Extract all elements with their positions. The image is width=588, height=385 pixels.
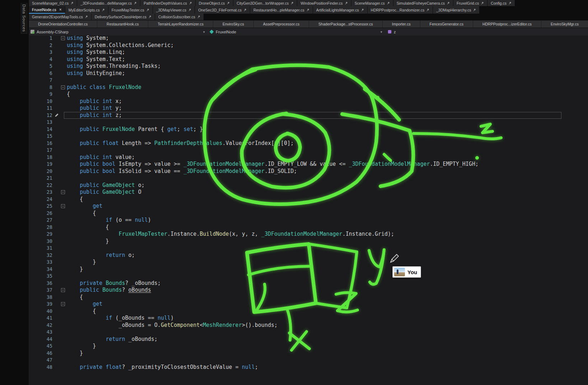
code-line[interactable]: 19 public bool IsEmpty => value >= _3DFo… [29,161,588,168]
code-line[interactable]: 3using System.Linq; [29,49,588,56]
editor-tab[interactable]: RestaurantHo...pleManager.cs [250,6,313,14]
document-tab[interactable]: EnviroSkyMgr.cs [541,20,588,28]
project-dropdown-chevron[interactable]: ▾ [203,28,205,36]
code-line[interactable]: 24 { [29,196,588,203]
pin-icon[interactable] [134,1,137,5]
code-line[interactable]: 44 return _oBounds; [29,336,588,343]
editor-tab[interactable]: CityGen3DGen...torWrapper.cs [233,0,297,6]
pin-icon[interactable] [361,8,364,12]
code-line[interactable]: 22 public GameObject o; [29,182,588,189]
code-line[interactable]: 46 } [29,350,588,357]
document-tab[interactable]: FencesGenerator.cs [420,20,473,28]
code-line[interactable]: 17 [29,147,588,154]
code-line[interactable]: 31 [29,245,588,252]
code-line[interactable]: 20 public bool IsSolid => value == _3DFo… [29,168,588,175]
editor-tab[interactable]: _3DFoundatio...delManager.cs [77,0,140,6]
editor-tab[interactable]: CollisionSubscriber.cs [155,14,204,20]
pin-icon[interactable] [473,8,476,12]
code-line[interactable]: 29 FruxelMapTester.Instance.BuildNode(x,… [29,231,588,238]
document-tab[interactable]: EnviroSky.cs [213,20,254,28]
document-tab[interactable]: Importer.cs [383,20,420,28]
code-line[interactable]: 13 [29,119,588,126]
code-line[interactable]: 43 [29,329,588,336]
code-line[interactable]: 42 _oBounds = O.GetComponent<MeshRendere… [29,322,588,329]
code-line[interactable]: 26 { [29,210,588,217]
code-line[interactable]: 23− public GameObject O [29,189,588,196]
type-dropdown[interactable]: FruxelNode [210,28,236,36]
pin-icon[interactable] [148,15,151,19]
project-dropdown[interactable]: Assembly-CSharp [31,28,69,36]
code-line[interactable]: 5using System.Threading.Tasks; [29,63,588,70]
code-line[interactable]: 39− get [29,301,588,308]
pin-icon[interactable] [306,8,309,12]
pin-icon[interactable] [146,8,149,12]
document-tab[interactable]: AssetPreprocessor.cs [254,20,309,28]
document-tab[interactable]: HDRPPostproc...izerEditor.cs [473,20,541,28]
code-line[interactable]: 40 { [29,308,588,315]
editor-tab[interactable]: WindowPositionFinder.cs [297,0,351,6]
pin-icon[interactable] [85,15,88,19]
code-line[interactable]: 8−public class FruxelNode [29,84,588,91]
editor-tab[interactable]: _3DMapHierarchy.cs [433,6,479,14]
pin-icon[interactable] [290,1,294,5]
code-line[interactable]: 30 } [29,238,588,245]
editor-tab[interactable]: ArtificialLightsManager.cs [313,6,367,14]
pin-icon[interactable] [227,1,230,5]
member-dropdown[interactable]: z [388,28,396,36]
fold-toggle[interactable]: − [61,302,65,306]
code-line[interactable]: 48 private float? _proximityToClosestObs… [29,364,588,371]
code-line[interactable]: 1−using System; [29,35,588,42]
code-line[interactable]: 9{ [29,91,588,98]
pin-icon[interactable] [481,1,484,5]
pin-icon[interactable] [426,8,429,12]
code-line[interactable]: 6using UnityEngine; [29,70,588,77]
code-line[interactable]: 27 if (o == null) [29,217,588,224]
fold-toggle[interactable]: − [61,85,65,89]
code-line[interactable]: 4using System.Text; [29,56,588,63]
pin-icon[interactable] [188,8,191,12]
editor-tab[interactable]: SceneManager_02.cs [29,0,77,6]
editor-tab[interactable]: SimulatedFisheyeCamera.cs [393,0,453,6]
code-line[interactable]: 10 public int x; [29,98,588,105]
code-editor[interactable]: 1−using System;2using System.Collections… [29,35,588,385]
code-line[interactable]: 37− public Bounds? oBounds [29,287,588,294]
editor-tab[interactable]: FruxelMapTester.cs [108,6,153,14]
pin-icon[interactable] [197,15,200,19]
code-line[interactable]: 47 [29,357,588,364]
pin-icon[interactable] [70,1,74,5]
pin-icon[interactable] [387,1,390,5]
editor-tab[interactable]: _3DMapViewer.cs [153,6,195,14]
code-line[interactable]: 7 [29,77,588,84]
code-line[interactable]: 11 public int y; [29,105,588,112]
editor-tab[interactable]: PathfinderDepthValues.cs [140,0,195,6]
fold-toggle[interactable]: − [61,204,65,208]
pin-icon[interactable] [447,1,450,5]
type-dropdown-chevron[interactable]: ▾ [381,28,382,36]
editor-tab[interactable]: DeliverySurfaceClassHelper.cs [92,14,155,20]
code-line[interactable]: 45 } [29,343,588,350]
code-line[interactable]: 21 [29,175,588,182]
editor-tab[interactable]: DroneObject.cs [196,0,233,6]
editor-tab[interactable]: OneSec3D_FileFormat.cs [195,6,250,14]
editor-tab[interactable]: Config.cs [487,0,515,6]
data-sources-side-tab[interactable]: Data Sources [21,3,27,34]
pin-icon[interactable] [508,1,512,5]
fold-toggle[interactable]: − [61,288,65,292]
editor-tab[interactable]: FruxelGrid.cs [453,0,487,6]
code-line[interactable]: 35 [29,273,588,280]
code-line[interactable]: 28 { [29,224,588,231]
code-line[interactable]: 36 private Bounds? _oBounds; [29,280,588,287]
code-line[interactable]: 41 if (_oBounds == null) [29,315,588,322]
code-line[interactable]: 12 public int z; [29,112,588,119]
editor-tab[interactable]: Generator2ExportMapTools.cs [29,14,91,20]
document-tab[interactable]: RestaurantHook.cs [97,20,148,28]
editor-tab[interactable]: FruxelNode.cs× [29,6,65,14]
editor-tab[interactable]: MyEditorScripts.cs [65,6,108,14]
close-icon[interactable]: × [59,8,62,11]
pin-icon[interactable] [345,1,348,5]
code-line[interactable]: 32 return o; [29,252,588,259]
fold-toggle[interactable]: − [61,190,65,194]
document-tab[interactable]: TerrainLayerRandomizer.cs [148,20,213,28]
code-line[interactable]: 2using System.Collections.Generic; [29,42,588,49]
fold-toggle[interactable]: − [61,36,65,40]
